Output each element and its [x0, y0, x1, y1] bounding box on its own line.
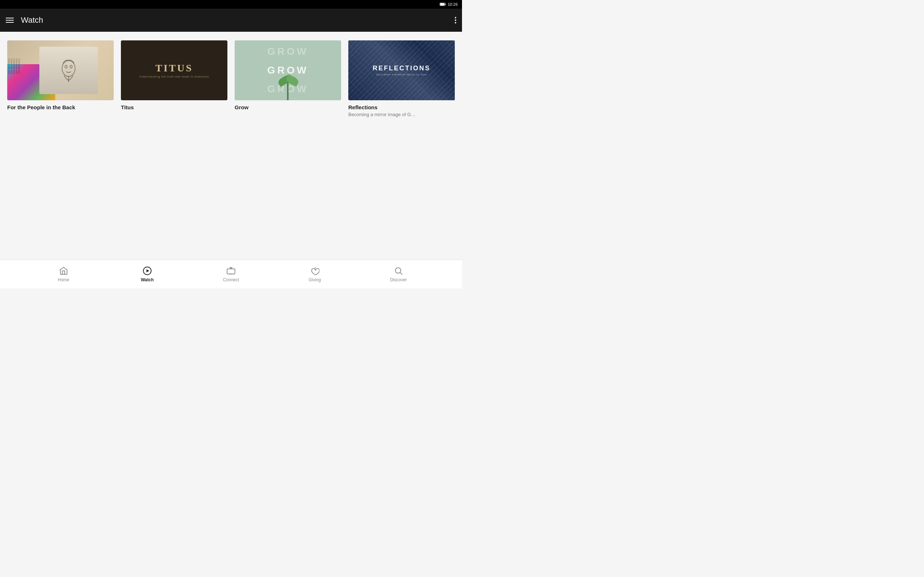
titus-thumbnail-title: TITUS — [155, 62, 193, 74]
svg-rect-5 — [445, 3, 446, 5]
svg-point-7 — [62, 61, 75, 76]
nav-item-giving[interactable]: Giving — [300, 266, 329, 282]
app-header: Watch — [0, 9, 462, 32]
grow-plant — [269, 58, 307, 100]
svg-rect-3 — [438, 2, 438, 6]
card-subtitle-reflections: Becoming a mirror image of G… — [348, 112, 455, 117]
grow-word-1: GROW — [267, 46, 308, 57]
nav-label-discover: Discover — [390, 277, 407, 282]
wifi-icon — [426, 2, 432, 7]
header-left: Watch — [6, 16, 43, 25]
status-time: 10:26 — [447, 2, 458, 6]
card-title-for-the-people: For the People in the Back — [7, 104, 114, 111]
reflections-thumbnail-text: REFLECTIONS BECOMING A MIRROR IMAGE OF G… — [373, 64, 430, 76]
nav-item-home[interactable]: Home — [49, 266, 78, 282]
home-icon — [59, 266, 68, 276]
titus-thumbnail-subtitle: Understanding the truth that leads to Go… — [136, 76, 213, 78]
svg-point-8 — [65, 65, 67, 68]
svg-rect-13 — [227, 269, 235, 274]
watch-svg-icon — [142, 266, 152, 276]
signal-icon — [433, 2, 438, 7]
status-bar: 10:26 — [0, 0, 462, 9]
status-icons: 10:26 — [426, 2, 458, 7]
media-card-titus[interactable]: TITUS Understanding the truth that leads… — [121, 40, 228, 117]
giving-icon — [310, 266, 320, 276]
discover-svg-icon — [394, 266, 403, 276]
hamburger-menu-button[interactable] — [6, 18, 14, 23]
face-sketch — [58, 56, 79, 85]
card-title-reflections: Reflections — [348, 104, 455, 111]
media-card-reflections[interactable]: REFLECTIONS BECOMING A MIRROR IMAGE OF G… — [348, 40, 455, 117]
svg-marker-12 — [147, 269, 149, 272]
more-options-button[interactable] — [455, 17, 456, 23]
media-card-for-the-people[interactable]: FOR THE PEOPLEFOR THE PEOPLEFOR THE PEOP… — [7, 40, 114, 117]
card-title-titus: Titus — [121, 104, 228, 111]
collage-text: FOR THE PEOPLEFOR THE PEOPLEFOR THE PEOP… — [8, 58, 21, 74]
thumbnail-for-the-people: FOR THE PEOPLEFOR THE PEOPLEFOR THE PEOP… — [7, 40, 114, 100]
battery-icon — [439, 2, 446, 7]
svg-point-9 — [70, 65, 72, 68]
svg-rect-1 — [435, 4, 436, 6]
nav-label-home: Home — [58, 277, 69, 282]
media-card-grow[interactable]: GROW GROW GROW Grow — [234, 40, 341, 117]
svg-rect-0 — [434, 5, 435, 6]
media-grid: FOR THE PEOPLEFOR THE PEOPLEFOR THE PEOP… — [0, 32, 462, 117]
nav-item-discover[interactable]: Discover — [384, 266, 413, 282]
plant-leaf-right — [285, 74, 300, 87]
plant-stem — [287, 75, 289, 100]
card-title-grow: Grow — [234, 104, 341, 111]
reflections-thumbnail-subtitle: BECOMING A MIRROR IMAGE OF GOD — [373, 74, 430, 76]
home-svg-icon — [59, 266, 68, 276]
nav-item-watch[interactable]: Watch — [133, 266, 162, 282]
bottom-navigation: Home Watch Connect Giving — [0, 259, 462, 288]
svg-rect-2 — [436, 3, 437, 6]
thumbnail-reflections: REFLECTIONS BECOMING A MIRROR IMAGE OF G… — [348, 40, 455, 100]
tv-icon — [226, 266, 236, 276]
giving-svg-icon — [310, 266, 320, 276]
page-title: Watch — [21, 16, 43, 25]
thumbnail-titus: TITUS Understanding the truth that leads… — [121, 40, 228, 100]
svg-rect-6 — [440, 3, 445, 5]
reflections-thumbnail-title: REFLECTIONS — [373, 64, 430, 72]
nav-item-connect[interactable]: Connect — [216, 266, 246, 282]
search-icon — [394, 266, 403, 276]
nav-label-connect: Connect — [223, 277, 239, 282]
nav-label-giving: Giving — [309, 277, 321, 282]
nav-label-watch: Watch — [141, 277, 154, 282]
connect-svg-icon — [226, 266, 236, 276]
play-circle-icon — [142, 266, 152, 276]
thumbnail-grow: GROW GROW GROW — [234, 40, 341, 100]
